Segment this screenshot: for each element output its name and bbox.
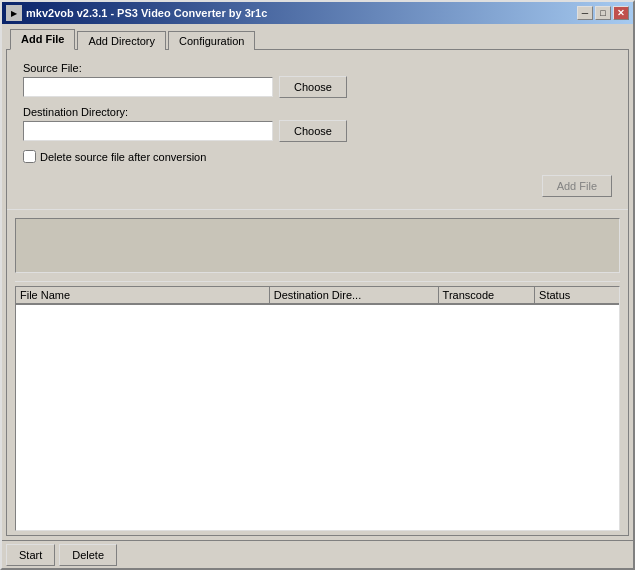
- delete-checkbox-row: Delete source file after conversion: [23, 150, 612, 163]
- tab-add-directory[interactable]: Add Directory: [77, 31, 166, 50]
- form-area: Source File: Choose Destination Director…: [7, 50, 628, 171]
- close-button[interactable]: ✕: [613, 6, 629, 20]
- separator-1: [7, 209, 628, 210]
- title-buttons: ─ □ ✕: [577, 6, 629, 20]
- destination-dir-input[interactable]: [23, 121, 273, 141]
- content-area: Add File Add Directory Configuration Sou…: [2, 24, 633, 540]
- main-window: ▶ mkv2vob v2.3.1 - PS3 Video Converter b…: [0, 0, 635, 570]
- title-bar-left: ▶ mkv2vob v2.3.1 - PS3 Video Converter b…: [6, 5, 267, 21]
- minimize-button[interactable]: ─: [577, 6, 593, 20]
- delete-source-checkbox[interactable]: [23, 150, 36, 163]
- title-bar: ▶ mkv2vob v2.3.1 - PS3 Video Converter b…: [2, 2, 633, 24]
- window-title: mkv2vob v2.3.1 - PS3 Video Converter by …: [26, 7, 267, 19]
- source-file-group: Source File: Choose: [23, 62, 612, 98]
- source-file-input[interactable]: [23, 77, 273, 97]
- col-destdir: Destination Dire...: [269, 287, 438, 304]
- choose-source-button[interactable]: Choose: [279, 76, 347, 98]
- maximize-button[interactable]: □: [595, 6, 611, 20]
- destination-dir-label: Destination Directory:: [23, 106, 612, 118]
- table-header-row: File Name Destination Dire... Transcode …: [16, 287, 619, 304]
- col-transcode: Transcode: [438, 287, 534, 304]
- col-filename: File Name: [16, 287, 269, 304]
- log-area: [15, 218, 620, 273]
- add-file-row: Add File: [7, 175, 628, 197]
- tab-configuration[interactable]: Configuration: [168, 31, 255, 50]
- start-button[interactable]: Start: [6, 544, 55, 566]
- choose-dest-button[interactable]: Choose: [279, 120, 347, 142]
- delete-checkbox-label: Delete source file after conversion: [40, 151, 206, 163]
- main-panel: Source File: Choose Destination Director…: [6, 49, 629, 536]
- source-file-label: Source File:: [23, 62, 612, 74]
- destination-dir-group: Destination Directory: Choose: [23, 106, 612, 142]
- add-file-button[interactable]: Add File: [542, 175, 612, 197]
- app-icon: ▶: [6, 5, 22, 21]
- file-table-container[interactable]: File Name Destination Dire... Transcode …: [15, 286, 620, 531]
- bottom-bar: Start Delete: [2, 540, 633, 568]
- tab-strip: Add File Add Directory Configuration: [6, 28, 629, 49]
- destination-dir-row: Choose: [23, 120, 612, 142]
- file-table: File Name Destination Dire... Transcode …: [16, 287, 619, 305]
- col-status: Status: [535, 287, 619, 304]
- separator-2: [15, 281, 620, 282]
- tab-add-file[interactable]: Add File: [10, 29, 75, 50]
- source-file-row: Choose: [23, 76, 612, 98]
- delete-button[interactable]: Delete: [59, 544, 117, 566]
